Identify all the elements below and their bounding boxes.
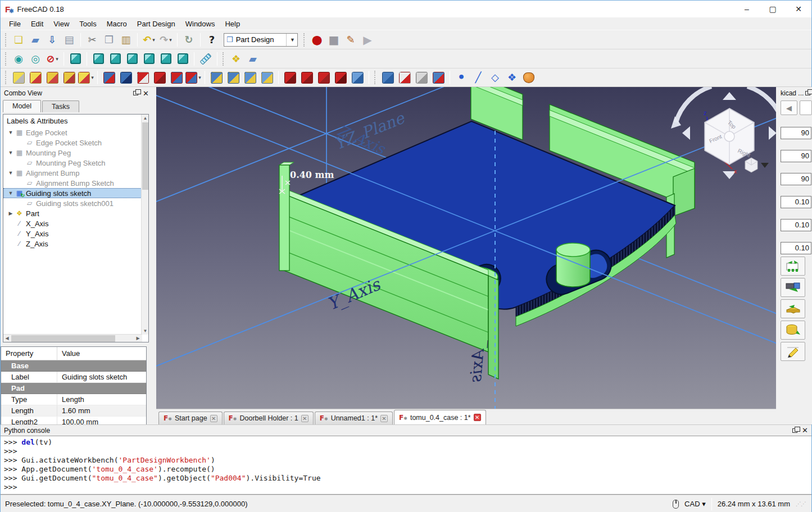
- document-tab-start-page[interactable]: F✱Start page✕: [158, 412, 223, 424]
- expander-open-icon[interactable]: ▼: [7, 150, 15, 156]
- fillet-icon[interactable]: [282, 70, 298, 85]
- tab-tasks[interactable]: Tasks: [42, 100, 79, 112]
- revolution-icon[interactable]: [28, 70, 43, 85]
- property-row-type[interactable]: TypeLength: [1, 394, 146, 405]
- kicad-value-field-3[interactable]: 0.10: [781, 196, 811, 208]
- create-group-icon[interactable]: ▰: [245, 51, 261, 67]
- dropdown-arrow-icon[interactable]: ▾: [56, 56, 58, 62]
- macro-stop-icon[interactable]: ■: [326, 32, 342, 48]
- 3d-viewport[interactable]: 0.40 mm YZ_Plane Z_Axis Y_Axis _Axis: [156, 87, 776, 409]
- menu-view[interactable]: View: [48, 19, 74, 29]
- wizard-icon[interactable]: [521, 70, 537, 85]
- kicad-value-field-1[interactable]: 90: [781, 150, 811, 162]
- save-document-icon[interactable]: ⇩: [44, 32, 60, 48]
- scroll-up-icon[interactable]: ▲: [142, 115, 149, 122]
- kicad-value-field-0[interactable]: 90: [781, 127, 811, 139]
- shape-binder-icon[interactable]: [380, 70, 396, 85]
- tree-item-edge-pocket[interactable]: ▼▦Edge Pocket: [3, 127, 148, 138]
- tree-item-edge-pocket-sketch[interactable]: ▱Edge Pocket Sketch: [3, 138, 148, 148]
- groove-icon[interactable]: [135, 70, 151, 85]
- menu-part-design[interactable]: Part Design: [132, 19, 180, 29]
- property-row-length[interactable]: Length1.60 mm: [1, 405, 146, 417]
- draft-icon[interactable]: [316, 70, 332, 85]
- top-view-icon[interactable]: [107, 51, 123, 67]
- maximize-button[interactable]: ▢: [760, 1, 786, 17]
- import-icon[interactable]: [414, 70, 429, 85]
- hole-icon[interactable]: [118, 70, 134, 85]
- property-column-header[interactable]: Property: [1, 347, 57, 360]
- paste-icon[interactable]: ▥: [118, 32, 134, 48]
- tree-item-alignment-bump-sketch[interactable]: ▱Alignment Bump Sketch: [3, 178, 148, 188]
- toolbar-handle[interactable]: [5, 33, 8, 47]
- close-panel-icon[interactable]: ✕: [802, 427, 808, 434]
- float-panel-icon[interactable]: [805, 91, 810, 95]
- kicad-edit-notes-button[interactable]: [781, 342, 805, 361]
- fit-selection-icon[interactable]: ◎: [28, 51, 43, 67]
- kicad-value-field-2[interactable]: 90: [781, 173, 811, 185]
- redo-icon[interactable]: ↷▾: [158, 32, 174, 48]
- mounting-peg-cylinder[interactable]: [556, 243, 590, 287]
- cut-icon[interactable]: ✂: [84, 32, 100, 48]
- pocket-icon[interactable]: [101, 70, 117, 85]
- tree-item-y-axis[interactable]: ∕Y_Axis: [3, 228, 148, 239]
- tree-vertical-scrollbar[interactable]: ▲ ▼: [141, 115, 148, 335]
- expander-open-icon[interactable]: ▼: [7, 170, 15, 176]
- scroll-right-icon[interactable]: ▶: [134, 335, 142, 342]
- boolean-operation-icon[interactable]: [350, 70, 365, 85]
- fit-all-icon[interactable]: ◉: [11, 51, 26, 67]
- workbench-selector[interactable]: ❒Part Design▼: [224, 33, 298, 47]
- menu-windows[interactable]: Windows: [180, 19, 220, 29]
- kicad-page-button[interactable]: [800, 100, 812, 115]
- datum-point-icon[interactable]: •: [453, 70, 469, 85]
- close-tab-icon[interactable]: ✕: [380, 415, 388, 422]
- menu-tools[interactable]: Tools: [74, 19, 101, 29]
- tree-horizontal-scrollbar[interactable]: ◀ ▶: [3, 334, 142, 342]
- right-view-icon[interactable]: [124, 51, 140, 67]
- value-column-header[interactable]: Value: [57, 347, 146, 360]
- multi-transform-icon[interactable]: [259, 70, 275, 85]
- datum-plane-icon[interactable]: ◇: [487, 70, 503, 85]
- front-view-icon[interactable]: [90, 51, 106, 67]
- additive-pipe-icon[interactable]: [61, 70, 77, 85]
- python-console-output[interactable]: >>> del(tv)>>>>>> Gui.activateWorkbench(…: [1, 436, 811, 495]
- float-panel-icon[interactable]: [133, 91, 138, 95]
- minimize-button[interactable]: –: [734, 1, 760, 17]
- macro-execute-icon[interactable]: ▶: [360, 32, 375, 48]
- local-cs-icon[interactable]: ❖: [504, 70, 520, 85]
- kicad-back-button[interactable]: ◀: [781, 100, 797, 115]
- mini-cube-icon[interactable]: [745, 158, 757, 172]
- dropdown-arrow-icon[interactable]: ▾: [152, 37, 155, 43]
- menu-edit[interactable]: Edit: [26, 19, 48, 29]
- tree-item-guiding-slots-sketch001[interactable]: ▱Guiding slots sketch001: [3, 198, 148, 208]
- kicad-value-field-4[interactable]: 0.10: [781, 219, 811, 231]
- document-tab-doorbell-holder-1[interactable]: F✱Doorbell Holder : 1✕: [224, 412, 314, 424]
- tree-item-mounting-peg[interactable]: ▼▦Mounting Peg: [3, 148, 148, 158]
- expander-open-icon[interactable]: ▼: [7, 190, 15, 196]
- undo-icon[interactable]: ↶▾: [141, 32, 157, 48]
- property-value[interactable]: Guiding slots sketch: [57, 372, 146, 382]
- kicad-export-database-button[interactable]: [781, 321, 805, 340]
- kicad-export-board-button[interactable]: [781, 299, 805, 318]
- panel-splitter[interactable]: [151, 87, 156, 424]
- close-button[interactable]: ✕: [786, 1, 811, 17]
- close-panel-icon[interactable]: ✕: [143, 90, 149, 97]
- kicad-load-3d-model-button[interactable]: [781, 278, 805, 297]
- x-axis-mirrored-label[interactable]: _Axis: [466, 339, 489, 383]
- property-value[interactable]: 1.60 mm: [57, 405, 146, 416]
- toolbar-handle[interactable]: [5, 52, 8, 66]
- mirrored-icon[interactable]: [208, 70, 224, 85]
- toolbar-handle[interactable]: [5, 71, 8, 84]
- draw-style-icon[interactable]: ⊘▾: [44, 51, 60, 67]
- linear-pattern-icon[interactable]: [225, 70, 241, 85]
- expander-closed-icon[interactable]: ▶: [7, 211, 15, 216]
- scrollbar-thumb[interactable]: [11, 335, 115, 342]
- tree-item-mounting-peg-sketch[interactable]: ▱Mounting Peg Sketch: [3, 158, 148, 168]
- scroll-down-icon[interactable]: ▼: [142, 327, 149, 335]
- copy-icon[interactable]: ❐: [101, 32, 117, 48]
- scroll-left-icon[interactable]: ◀: [3, 335, 11, 342]
- toolbar-handle[interactable]: [223, 52, 225, 66]
- polar-pattern-icon[interactable]: [242, 70, 258, 85]
- subtractive-primitive-icon[interactable]: ▾: [185, 70, 201, 85]
- macro-edit-icon[interactable]: ✎: [343, 32, 359, 48]
- float-panel-icon[interactable]: [792, 428, 797, 433]
